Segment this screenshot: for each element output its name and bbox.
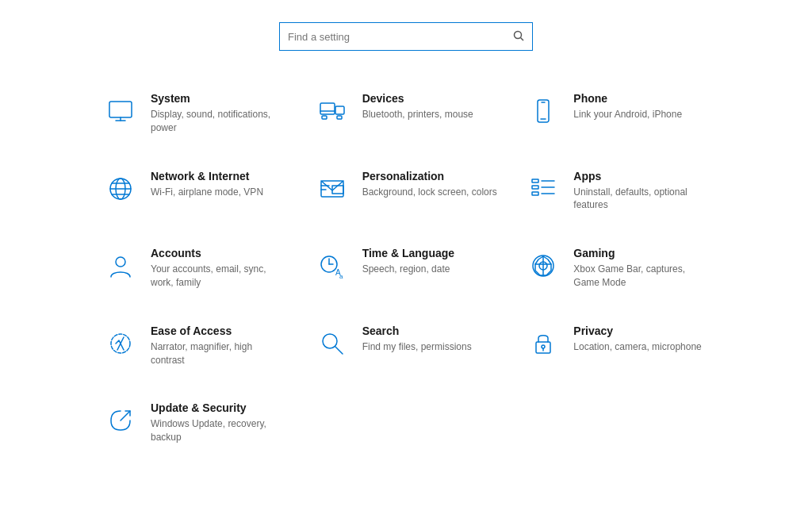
setting-desc-time-language: Speech, region, date <box>362 263 454 276</box>
time-language-icon: A a <box>313 247 351 285</box>
setting-title-search: Search <box>362 325 472 337</box>
setting-desc-phone: Link your Android, iPhone <box>573 108 682 121</box>
svg-rect-6 <box>335 106 344 114</box>
update-security-icon <box>102 401 140 440</box>
setting-desc-devices: Bluetooth, printers, mouse <box>362 108 473 121</box>
setting-item-accounts[interactable]: Accounts Your accounts, email, sync, wor… <box>89 231 301 309</box>
setting-desc-apps: Uninstall, defaults, optional features <box>573 186 710 213</box>
svg-rect-23 <box>532 186 538 189</box>
network-icon <box>102 170 140 208</box>
setting-text-system: System Display, sound, notifications, po… <box>151 92 288 135</box>
apps-icon <box>524 170 562 208</box>
setting-text-personalization: Personalization Background, lock screen,… <box>362 170 497 199</box>
svg-rect-5 <box>320 103 335 114</box>
setting-text-network: Network & Internet Wi-Fi, airplane mode,… <box>151 170 263 199</box>
setting-title-devices: Devices <box>362 92 473 105</box>
setting-title-privacy: Privacy <box>573 325 701 337</box>
setting-title-time-language: Time & Language <box>362 247 454 259</box>
setting-text-phone: Phone Link your Android, iPhone <box>573 92 682 121</box>
search-icon <box>513 30 524 44</box>
system-icon <box>102 92 140 130</box>
search-setting-icon <box>313 325 351 363</box>
settings-grid: System Display, sound, notifications, po… <box>25 76 787 463</box>
setting-text-time-language: Time & Language Speech, region, date <box>362 247 454 276</box>
svg-line-40 <box>335 347 343 354</box>
setting-desc-update-security: Windows Update, recovery, backup <box>151 417 288 444</box>
svg-point-28 <box>116 257 125 267</box>
svg-rect-9 <box>337 116 342 119</box>
setting-item-privacy[interactable]: Privacy Location, camera, microphone <box>511 309 723 386</box>
setting-desc-gaming: Xbox Game Bar, captures, Game Mode <box>573 263 710 290</box>
setting-item-system[interactable]: System Display, sound, notifications, po… <box>89 76 301 154</box>
setting-text-ease-of-access: Ease of Access Narrator, magnifier, high… <box>151 325 288 367</box>
gaming-icon <box>524 247 562 285</box>
setting-text-devices: Devices Bluetooth, printers, mouse <box>362 92 473 121</box>
setting-item-update-security[interactable]: Update & Security Windows Update, recove… <box>89 386 301 463</box>
setting-desc-search: Find my files, permissions <box>362 340 472 354</box>
svg-point-39 <box>323 334 337 348</box>
setting-title-network: Network & Internet <box>151 170 263 182</box>
svg-rect-2 <box>109 102 132 117</box>
setting-title-accounts: Accounts <box>151 247 288 259</box>
setting-desc-network: Wi-Fi, airplane mode, VPN <box>151 186 263 199</box>
ease-of-access-icon <box>102 325 140 363</box>
setting-item-network[interactable]: Network & Internet Wi-Fi, airplane mode,… <box>89 154 301 232</box>
search-input[interactable] <box>288 31 513 43</box>
setting-item-time-language[interactable]: A a Time & Language Speech, region, date <box>301 231 512 309</box>
setting-text-accounts: Accounts Your accounts, email, sync, wor… <box>151 247 288 290</box>
setting-text-apps: Apps Uninstall, defaults, optional featu… <box>573 170 710 213</box>
setting-item-gaming[interactable]: Gaming Xbox Game Bar, captures, Game Mod… <box>511 231 723 309</box>
setting-item-search[interactable]: Search Find my files, permissions <box>301 309 512 386</box>
setting-desc-personalization: Background, lock screen, colors <box>362 186 497 199</box>
privacy-icon <box>524 325 562 363</box>
setting-desc-system: Display, sound, notifications, power <box>151 108 288 135</box>
setting-text-update-security: Update & Security Windows Update, recove… <box>151 401 288 444</box>
accounts-icon <box>102 247 140 285</box>
svg-rect-41 <box>536 342 550 353</box>
devices-icon <box>313 92 351 130</box>
setting-item-personalization[interactable]: Personalization Background, lock screen,… <box>301 154 512 232</box>
svg-line-1 <box>521 37 524 40</box>
svg-rect-8 <box>322 116 327 119</box>
svg-point-0 <box>515 31 522 38</box>
setting-desc-ease-of-access: Narrator, magnifier, high contrast <box>151 340 288 367</box>
svg-text:a: a <box>339 273 343 280</box>
setting-title-ease-of-access: Ease of Access <box>151 325 288 337</box>
setting-title-system: System <box>151 92 288 105</box>
setting-title-personalization: Personalization <box>362 170 497 182</box>
setting-item-phone[interactable]: Phone Link your Android, iPhone <box>511 76 723 154</box>
setting-text-gaming: Gaming Xbox Game Bar, captures, Game Mod… <box>573 247 710 290</box>
setting-desc-privacy: Location, camera, microphone <box>573 340 701 354</box>
search-bar-container <box>0 0 812 76</box>
setting-item-devices[interactable]: Devices Bluetooth, printers, mouse <box>301 76 512 154</box>
setting-title-apps: Apps <box>573 170 710 182</box>
phone-icon <box>524 92 562 130</box>
personalization-icon <box>313 170 351 208</box>
setting-text-privacy: Privacy Location, camera, microphone <box>573 325 701 354</box>
setting-title-phone: Phone <box>573 92 682 105</box>
setting-text-search: Search Find my files, permissions <box>362 325 472 354</box>
setting-title-gaming: Gaming <box>573 247 710 259</box>
svg-rect-24 <box>532 192 538 195</box>
setting-item-ease-of-access[interactable]: Ease of Access Narrator, magnifier, high… <box>89 309 301 386</box>
setting-title-update-security: Update & Security <box>151 401 288 414</box>
search-bar[interactable] <box>279 22 533 51</box>
svg-rect-22 <box>532 179 538 182</box>
setting-desc-accounts: Your accounts, email, sync, work, family <box>151 263 288 290</box>
setting-item-apps[interactable]: Apps Uninstall, defaults, optional featu… <box>511 154 723 232</box>
